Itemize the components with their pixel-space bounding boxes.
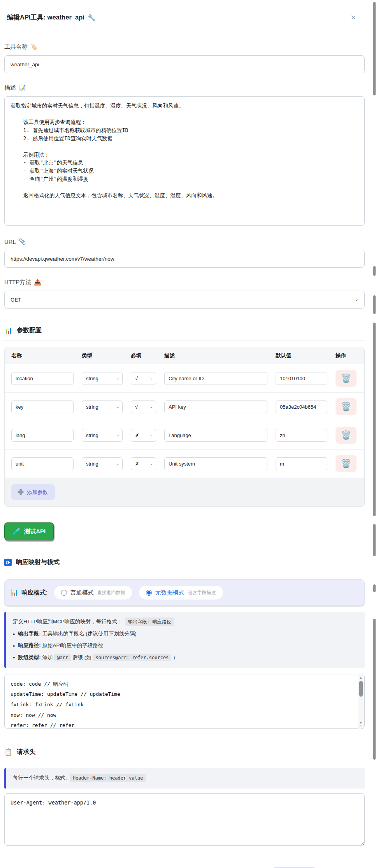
delete-param-button[interactable]: 🗑️ <box>336 370 357 387</box>
url-label: URL 📎 <box>4 238 365 245</box>
trash-icon: 🗑️ <box>341 430 351 440</box>
param-default-input[interactable] <box>276 372 327 385</box>
plus-icon: ✚ <box>18 488 23 496</box>
arr-example-chip: sources@arr: refer.sources <box>93 654 171 661</box>
param-name-input[interactable] <box>11 400 74 413</box>
mapping-info-intro: 定义HTTP响应到MCP响应的映射，每行格式： <box>13 618 122 626</box>
memo-icon: 📝 <box>19 85 26 92</box>
description-label-text: 描述 <box>4 84 16 92</box>
param-type-select[interactable]: string <box>82 457 123 470</box>
divider <box>4 340 365 340</box>
params-table: 名称 类型 必填 描述 默认值 操作 string⌄ √⌄ 🗑️ string⌄… <box>4 347 365 507</box>
scroll-up-icon[interactable]: ▲ <box>359 675 362 680</box>
bullet-term: 数组类型: <box>18 655 41 660</box>
divider <box>4 572 365 572</box>
outbox-icon: 📤 <box>34 279 41 286</box>
param-type-select[interactable]: string <box>82 400 123 413</box>
bar-chart-icon: 📊 <box>11 589 18 596</box>
page-scrollbar-thumb[interactable] <box>373 619 376 760</box>
page-scrollbar-thumb[interactable] <box>373 524 376 556</box>
delete-param-button[interactable]: 🗑️ <box>336 455 357 472</box>
response-format-panel: 📊 响应格式: 普通模式 直接返回数据 元数据模式 包含字段描述 <box>4 579 365 606</box>
format-option-hint: 包含字段描述 <box>188 589 216 596</box>
page-scrollbar-thumb[interactable] <box>373 584 376 592</box>
request-headers-textarea[interactable]: User-Agent: weather-app/1.0 <box>4 793 365 846</box>
param-required-select[interactable]: √ <box>131 372 156 385</box>
clipboard-icon: 📋 <box>4 748 12 756</box>
scroll-down-icon[interactable]: ▼ <box>359 721 362 725</box>
delete-param-button[interactable]: 🗑️ <box>336 398 357 415</box>
radio-unselected-icon[interactable] <box>61 590 67 596</box>
response-section-heading: ⟳ 响应映射与模式 <box>4 558 365 566</box>
url-input[interactable] <box>4 250 365 268</box>
tool-name-input[interactable] <box>4 55 365 73</box>
param-name-input[interactable] <box>11 429 74 442</box>
mapping-bullet: • 输出字段: 工具输出的字段名 (建议使用下划线分隔) <box>13 630 358 638</box>
response-format-label: 📊 响应格式: <box>11 589 48 597</box>
headers-info-text: 每行一个请求头，格式: <box>13 774 67 782</box>
mapping-textarea[interactable]: code: code // 响应码 updateTime: updateTime… <box>4 674 365 729</box>
param-required-select[interactable]: ✗ <box>131 429 156 442</box>
param-name-input[interactable] <box>11 457 74 470</box>
headers-heading-text: 请求头 <box>17 748 35 756</box>
refresh-icon: ⟳ <box>4 559 12 566</box>
trash-icon: 🗑️ <box>341 459 351 468</box>
param-required-select[interactable]: √ <box>131 400 156 413</box>
col-name: 名称 <box>11 352 74 359</box>
scrollbar-thumb[interactable] <box>359 681 363 697</box>
param-desc-input[interactable] <box>164 457 267 470</box>
param-desc-input[interactable] <box>164 400 267 413</box>
description-label: 描述 📝 <box>4 84 365 92</box>
param-default-input[interactable] <box>276 429 327 442</box>
delete-param-button[interactable]: 🗑️ <box>336 427 357 444</box>
description-textarea[interactable]: 获取指定城市的实时天气信息，包括温度、湿度、天气状况、风向和风速。 该工具使用两… <box>4 96 365 226</box>
bullet-text: ） <box>173 655 178 660</box>
params-table-footer: ✚ 添加参数 <box>5 478 364 506</box>
format-option-normal[interactable]: 普通模式 直接返回数据 <box>54 585 133 600</box>
param-name-input[interactable] <box>11 372 74 385</box>
param-default-input[interactable] <box>276 400 327 413</box>
params-table-header: 名称 类型 必填 描述 默认值 操作 <box>5 347 364 364</box>
col-description: 描述 <box>164 352 267 359</box>
param-required-select[interactable]: ✗ <box>131 457 156 470</box>
params-section-heading: 📊 参数配置 <box>4 326 365 335</box>
paperclip-icon: 📎 <box>19 238 26 245</box>
tag-icon: 🏷️ <box>30 44 38 51</box>
bullet-text: 原始API响应中的字段路径 <box>42 642 104 648</box>
format-option-label: 普通模式 <box>70 589 94 596</box>
page-scrollbar-thumb[interactable] <box>373 266 376 276</box>
page-scrollbar-thumb[interactable] <box>373 2 376 95</box>
resize-handle[interactable] <box>359 725 363 729</box>
test-api-button[interactable]: 🧪 测试API <box>4 522 54 540</box>
param-desc-input[interactable] <box>164 372 267 385</box>
add-param-button[interactable]: ✚ 添加参数 <box>11 484 55 500</box>
params-heading-text: 参数配置 <box>17 326 42 335</box>
test-tube-icon: 🧪 <box>12 528 21 536</box>
bar-chart-icon: 📊 <box>4 326 12 335</box>
http-method-select[interactable]: GET <box>4 291 365 309</box>
textarea-scrollbar[interactable]: ▲ ▼ <box>358 675 364 729</box>
mapping-editor: code: code // 响应码 updateTime: updateTime… <box>4 674 365 730</box>
tool-name-label: 工具名称 🏷️ <box>4 43 365 51</box>
divider <box>4 762 365 762</box>
close-button[interactable]: × <box>351 13 356 22</box>
radio-selected-icon[interactable] <box>146 590 152 596</box>
param-type-select[interactable]: string <box>82 372 123 385</box>
bullet-icon: • <box>13 631 15 637</box>
page-scrollbar-thumb[interactable] <box>373 295 376 314</box>
modal-title-text: 编辑API工具: weather_api <box>7 13 84 22</box>
format-option-hint: 直接返回数据 <box>97 589 125 596</box>
col-required: 必填 <box>131 352 156 359</box>
bullet-text: 工具输出的字段名 (建议使用下划线分隔) <box>42 631 137 637</box>
headers-format-chip: Header-Name: header value <box>70 774 146 782</box>
page-scrollbar-thumb[interactable] <box>373 323 376 516</box>
test-api-label: 测试API <box>24 528 46 535</box>
param-default-input[interactable] <box>276 457 327 470</box>
headers-info-box: 每行一个请求头，格式: Header-Name: header value <box>4 768 365 789</box>
param-desc-input[interactable] <box>164 429 267 442</box>
format-option-metadata[interactable]: 元数据模式 包含字段描述 <box>139 585 223 600</box>
bullet-text: 后缀 (如 <box>72 655 91 660</box>
bullet-icon: • <box>13 643 15 649</box>
page-title: 编辑API工具: weather_api 🔧 <box>7 13 96 22</box>
param-type-select[interactable]: string <box>82 429 123 442</box>
